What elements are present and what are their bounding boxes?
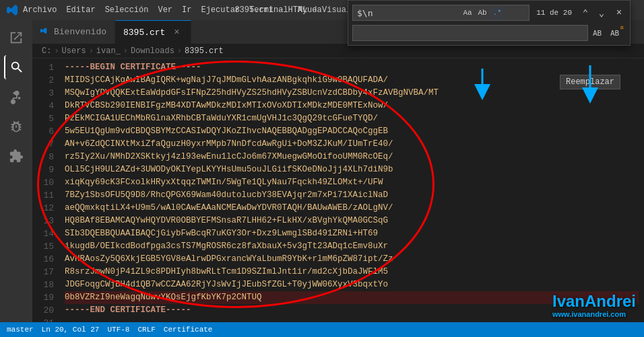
code-line: MIIDSjCCAjKgAwIBAgIQRK+wgNajJ7qJMDmGLvhA… xyxy=(65,74,639,87)
svg-text:AB: AB xyxy=(593,29,602,38)
vscode-tab-icon xyxy=(40,28,50,37)
code-line: xiqKqy69cK3FCxolkHRyxXtqqzTWMIn/5WgTe1QL… xyxy=(65,176,639,189)
replace-all-btn[interactable]: AB ≡ xyxy=(608,26,623,40)
code-line: 5w5EU1QgUm9vdCBDQSBYMzCCASIwDQYJKoZIhvcN… xyxy=(65,125,639,138)
find-whole-word-btn[interactable]: Ab xyxy=(476,6,489,20)
code-line: DkRTVCBSb290IENBIFgzMB4XDTAwMDkzMDIxMTIx… xyxy=(65,100,639,112)
code-line: -----BEGIN CERTIFICATE----- xyxy=(65,61,639,74)
line-number: 3 xyxy=(32,87,54,100)
breadcrumb-file[interactable]: 8395.crt xyxy=(185,46,224,56)
status-bar: master Ln 20, Col 27 UTF-8 CRLF Certific… xyxy=(0,322,644,337)
code-line: SIb3DQEBBQUAAIBAQCjGiybFwBcqR7uKGY3Or+Dx… xyxy=(65,227,639,240)
status-encoding[interactable]: UTF-8 xyxy=(107,326,129,334)
status-language[interactable]: Certificate xyxy=(164,326,213,334)
menu-archivo[interactable]: Archivo xyxy=(23,5,57,15)
watermark-url: www.ivanandrei.com xyxy=(552,310,636,318)
find-prev-btn[interactable]: ⌃ xyxy=(579,6,592,20)
line-number: 14 xyxy=(32,227,54,240)
line-number: 8 xyxy=(32,151,54,163)
code-content[interactable]: -----BEGIN CERTIFICATE-----MIIDSjCCAjKgA… xyxy=(59,59,644,322)
code-line: JDGFoqgCWjBH4d1QB7wCCZAA62RjYJsWvIjJEubS… xyxy=(65,278,639,291)
line-number: 18 xyxy=(32,278,54,291)
breadcrumb-c[interactable]: C: xyxy=(42,46,51,56)
line-number: 12 xyxy=(32,202,54,215)
find-input[interactable] xyxy=(357,8,458,18)
code-line: AN+v6ZdQCINXtMxiZfaQguzH0yxrMMpb7NnDfcdA… xyxy=(65,138,639,151)
replace-input-wrapper xyxy=(352,25,588,41)
code-line: HQ8BAf8EBAMCAQYwHQYDVR0OBBYEFMSnsaR7LHH6… xyxy=(65,215,639,227)
activity-bar xyxy=(0,20,32,337)
line-number: 13 xyxy=(32,215,54,227)
line-number: 15 xyxy=(32,240,54,253)
code-line: rz5Iy2Xu/NMhD2XSKtkyj4zl93ewEnu1lcCJo6m6… xyxy=(65,151,639,163)
line-number: 6 xyxy=(32,125,54,138)
watermark-name: IvanAndrei xyxy=(552,293,636,310)
line-number: 20 xyxy=(32,304,54,317)
code-line: R8srzJmwN0jP41ZL9c8PDHIyh8bwRLtTcm1D9SZI… xyxy=(65,266,639,278)
find-close-btn[interactable]: × xyxy=(612,6,626,20)
tab-welcome-label: Bienvenido xyxy=(54,27,106,37)
status-position: Ln 20, Col 27 xyxy=(42,326,100,334)
watermark: IvanAndrei www.ivanandrei.com xyxy=(552,293,636,318)
find-widget: Aa Ab .* 11 de 20 ⌃ ⌄ × AB AB ≡ Reemplaz… xyxy=(348,0,631,46)
code-line: 7BZy1SbsOFU5Q9D8/RhcQPGX69Wam40dutolucbY… xyxy=(65,189,639,202)
line-number: 1 xyxy=(32,61,54,74)
breadcrumb-ivan[interactable]: ivan_ xyxy=(96,46,121,56)
code-line: ikugdB/OEIkcdBodfpga3csTS7MgROSR6cz8faXb… xyxy=(65,240,639,253)
find-count: 11 de 20 xyxy=(532,9,576,17)
activity-explorer[interactable] xyxy=(4,26,28,50)
replace-one-btn[interactable]: AB xyxy=(591,26,606,40)
tab-cert[interactable]: 8395.crt × xyxy=(115,20,191,44)
line-numbers: 123456789101112131415161718192021 xyxy=(32,59,59,322)
status-eol[interactable]: CRLF xyxy=(137,326,155,334)
menu-ver[interactable]: Ver xyxy=(158,5,172,15)
find-next-btn[interactable]: ⌄ xyxy=(595,6,608,20)
line-number: 19 xyxy=(32,291,54,304)
tab-welcome[interactable]: Bienvenido xyxy=(32,20,115,44)
tab-cert-close[interactable]: × xyxy=(170,26,183,38)
code-line: AvHRAosZy5Q6XkjEGB5YGV8eAlrwDPGxrancWYaL… xyxy=(65,253,639,266)
line-number: 17 xyxy=(32,266,54,278)
find-match-case-btn[interactable]: Aa xyxy=(461,6,474,20)
breadcrumb-downloads[interactable]: Downloads xyxy=(131,46,174,56)
replace-input[interactable] xyxy=(357,28,478,38)
line-number: 4 xyxy=(32,100,54,112)
activity-extensions[interactable] xyxy=(4,144,28,168)
code-line: MSQwIgYDVQQKExtEaWdpdGFsIFNpZ25hdHVyZS25… xyxy=(65,87,639,100)
status-branch[interactable]: master xyxy=(7,326,34,334)
activity-debug[interactable] xyxy=(4,114,28,139)
tab-cert-label: 8395.crt xyxy=(123,28,165,38)
line-number: 2 xyxy=(32,74,54,87)
reemplazar-tooltip: Reemplazar xyxy=(560,75,620,89)
line-number: 16 xyxy=(32,253,54,266)
menu-seleccion[interactable]: Selección xyxy=(105,5,149,15)
activity-scm[interactable] xyxy=(4,85,28,109)
code-line: aeQQmxkqtiLX4+U9m5/wAl0CAwEAAaNCMEAwDwYD… xyxy=(65,202,639,215)
line-number: 9 xyxy=(32,163,54,176)
find-regex-btn[interactable]: .* xyxy=(490,6,504,20)
line-number: 21 xyxy=(32,317,54,322)
line-number: 11 xyxy=(32,189,54,202)
code-line: PzEkMCIGA1UEChMbRGlnaXRhbCBTaWduYXR1cmUg… xyxy=(65,112,639,125)
vscode-logo xyxy=(7,5,18,15)
breadcrumb: C: › Users › ivan_ › Downloads › 8395.cr… xyxy=(32,44,644,59)
line-number: 10 xyxy=(32,176,54,189)
menu-editar[interactable]: Editar xyxy=(66,5,95,15)
breadcrumb-users[interactable]: Users xyxy=(62,46,86,56)
code-line: OLl5CjH9UL2AZd+3UWODyOKIYepLKYYHsUmu5ouJ… xyxy=(65,163,639,176)
svg-text:AB: AB xyxy=(610,29,620,38)
line-number: 7 xyxy=(32,138,54,151)
menu-ir[interactable]: Ir xyxy=(182,5,191,15)
line-number: 5 xyxy=(32,112,54,125)
activity-search[interactable] xyxy=(4,55,28,79)
find-input-wrapper: Aa Ab .* xyxy=(352,5,529,21)
editor-area: 123456789101112131415161718192021 -----B… xyxy=(32,59,644,322)
